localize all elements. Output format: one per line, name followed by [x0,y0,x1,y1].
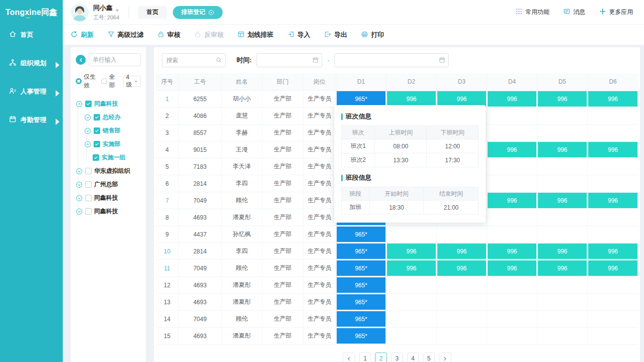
day-cell-d2[interactable] [386,226,437,242]
day-cell-d6[interactable]: 996 [588,243,638,259]
chevron-down-circle-icon[interactable] [76,195,83,202]
day-cell-d4[interactable] [487,175,537,192]
date-to-input[interactable] [334,53,449,67]
checkbox-unchecked[interactable] [85,181,92,188]
day-cell-d5[interactable] [537,175,588,192]
shift-cell-teal[interactable]: 996 [538,260,587,276]
day-cell-d1[interactable]: 965* [336,277,386,293]
day-cell-d4[interactable] [487,124,537,141]
row-number-cell[interactable]: 9 [156,226,179,242]
day-cell-d6[interactable] [588,124,638,141]
day-cell-d5[interactable] [537,226,588,242]
tree-node[interactable]: 实施一组 [76,151,141,164]
checkbox-checked[interactable] [93,154,99,161]
day-cell-d5[interactable] [537,209,588,226]
tree-search-input[interactable] [89,53,141,66]
day-cell-d6[interactable] [588,108,638,124]
toolbar-button-advanced-filter[interactable]: 高级过滤 [108,30,143,39]
day-cell-d3[interactable] [437,294,487,310]
pagination-page-4[interactable]: 4 [407,353,419,362]
day-cell-d6[interactable] [588,328,638,344]
day-cell-d6[interactable]: 996 [588,260,638,276]
row-number-cell[interactable]: 4 [156,141,179,158]
day-cell-d4[interactable] [487,158,537,175]
row-number-cell[interactable]: 14 [156,311,179,327]
day-cell-d2[interactable] [386,311,437,327]
level-select[interactable]: 4级 [123,76,141,87]
sidebar-item-home[interactable]: 首页 [0,25,63,45]
shift-cell-teal[interactable]: 996 [538,142,587,157]
shift-cell-teal[interactable]: 996 [387,260,436,276]
topbar-action-messages[interactable]: 消息 [563,8,585,16]
shift-cell-teal[interactable]: 996 [588,243,638,259]
day-cell-d4[interactable]: 996 [487,260,537,276]
day-cell-d5[interactable] [537,294,588,310]
shift-cell-teal[interactable]: 996 [538,243,587,259]
checkbox-checked[interactable] [94,114,100,121]
day-cell-d5[interactable]: 996 [537,141,588,158]
shift-cell-blue[interactable]: 965* [337,328,386,344]
day-cell-d4[interactable] [487,108,537,124]
day-cell-d2[interactable] [386,328,437,344]
checkbox-unchecked[interactable] [85,168,92,174]
sidebar-item-hr-management[interactable]: 人事管理 [0,82,63,102]
day-cell-d4[interactable] [487,277,537,293]
day-cell-d6[interactable] [588,226,638,242]
shift-cell-blue[interactable]: 965* [337,260,386,276]
tab-home[interactable]: 首页 [138,6,167,19]
day-cell-d4[interactable] [487,226,537,242]
toolbar-button-audit[interactable]: 审核 [157,30,180,39]
day-cell-d5[interactable]: 996 [537,91,588,107]
day-cell-d4[interactable]: 996 [487,243,537,259]
row-number-cell[interactable]: 2 [156,108,179,124]
shift-cell-blue[interactable]: 965* [337,91,386,107]
day-cell-d4[interactable] [487,328,537,344]
day-cell-d4[interactable]: 996 [487,192,537,209]
day-cell-d6[interactable]: 996 [588,91,638,107]
row-number-cell[interactable]: 10 [156,243,179,259]
day-cell-d5[interactable] [537,108,588,124]
day-cell-d5[interactable] [537,158,588,175]
day-cell-d3[interactable] [437,311,487,327]
day-cell-d6[interactable] [588,209,638,226]
day-cell-d6[interactable] [588,175,638,192]
day-cell-d3[interactable] [437,277,487,293]
shift-cell-teal[interactable]: 996 [488,91,536,107]
row-number-cell[interactable]: 13 [156,294,179,310]
shift-cell-teal[interactable]: 996 [488,142,536,157]
row-number-cell[interactable]: 5 [156,158,179,175]
tree-node[interactable]: 同鑫科技 [76,205,141,218]
sidebar-item-attendance-management[interactable]: 考勤管理 [0,110,63,130]
radio-unselected[interactable] [101,78,107,84]
day-cell-d1[interactable]: 965* [336,226,386,242]
shift-cell-blue[interactable]: 965* [337,243,386,259]
shift-cell-teal[interactable]: 996 [538,193,587,208]
day-cell-d3[interactable] [437,328,487,344]
row-number-cell[interactable]: 11 [156,260,179,276]
day-cell-d5[interactable] [537,124,588,141]
checkbox-unchecked[interactable] [85,195,92,201]
chevron-down-circle-icon[interactable] [76,168,83,175]
day-cell-d5[interactable]: 996 [537,260,588,276]
avatar[interactable] [71,3,89,21]
row-number-cell[interactable]: 8 [156,209,179,226]
toolbar-button-print[interactable]: 打印 [361,30,384,39]
shift-cell-teal[interactable]: 996 [488,243,536,259]
row-number-cell[interactable]: 15 [156,328,179,344]
topbar-action-more-apps[interactable]: 更多应用 [599,8,633,16]
day-cell-d1[interactable]: 965* [336,311,386,327]
topbar-action-common-functions[interactable]: 常用功能 [515,8,549,16]
shift-cell-blue[interactable]: 965* [337,294,386,310]
user-name-row[interactable]: 同小鑫 [93,3,120,12]
tree-node[interactable]: 华东虚拟组织 [76,164,141,178]
chevron-down-circle-icon[interactable] [76,208,83,215]
day-cell-d4[interactable]: 996 [487,91,537,107]
radio-option-label[interactable]: 仅生效 [84,73,97,90]
checkbox-unchecked[interactable] [85,208,92,215]
pagination-prev-button[interactable] [343,353,355,362]
shift-cell-teal[interactable]: 996 [588,91,638,107]
shift-cell-blue[interactable]: 965* [337,227,386,242]
day-cell-d6[interactable] [588,294,638,310]
toolbar-button-export[interactable]: 导出 [324,30,347,39]
day-cell-d1[interactable]: 965* [336,328,386,344]
